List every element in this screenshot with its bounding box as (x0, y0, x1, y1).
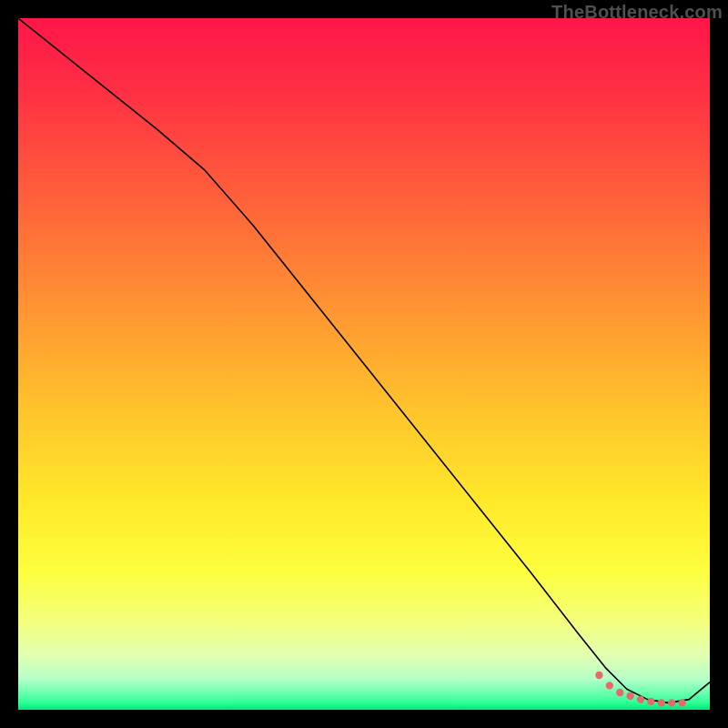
bottleneck-curve (18, 18, 710, 703)
bottom-dot (637, 695, 644, 703)
bottom-dot (647, 698, 654, 705)
bottom-dot (658, 699, 665, 706)
bottom-dot (616, 689, 623, 696)
bottom-dot (678, 699, 685, 706)
watermark-text: TheBottleneck.com (551, 2, 723, 23)
bottom-dots-group (595, 672, 686, 707)
plot-area (18, 18, 710, 710)
bottom-dot (606, 682, 613, 689)
chart-stage: TheBottleneck.com (0, 0, 728, 728)
bottom-dot (626, 693, 633, 700)
bottom-dot (595, 672, 602, 679)
bottom-dot (668, 699, 675, 706)
curve-overlay (18, 18, 710, 710)
